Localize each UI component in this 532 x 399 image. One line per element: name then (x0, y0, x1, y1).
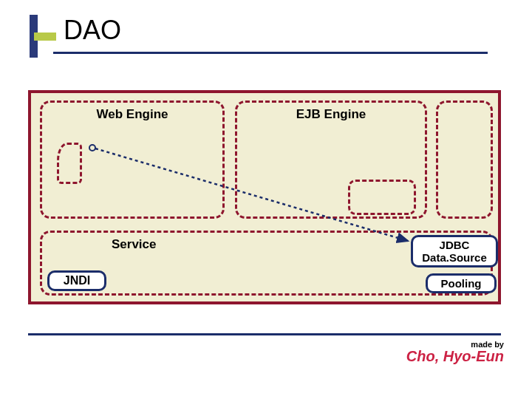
signature-block: made by Cho, Hyo-Eun (406, 340, 504, 364)
ejb-engine-box: EJB Engine (235, 100, 427, 219)
web-engine-inner-shape (57, 143, 82, 184)
slide-title-bar: DAO (30, 10, 488, 55)
signature-author: Cho, Hyo-Eun (406, 349, 504, 364)
web-engine-label: Web Engine (42, 107, 222, 122)
pooling-pill: Pooling (426, 273, 497, 293)
jndi-pill: JNDI (47, 270, 106, 291)
service-label: Service (112, 237, 157, 252)
ejb-inner-box (348, 180, 416, 215)
web-engine-box: Web Engine (40, 100, 225, 219)
pooling-label: Pooling (441, 277, 482, 290)
jdbc-label-line1: JDBC (440, 239, 470, 251)
bottom-divider (28, 333, 501, 335)
slide-title: DAO (64, 15, 121, 46)
jndi-label: JNDI (64, 274, 90, 287)
title-decoration-icon (30, 15, 52, 58)
ejb-engine-label: EJB Engine (237, 107, 425, 122)
architecture-panel: Web Engine EJB Engine Service JNDI JDBC … (28, 90, 501, 304)
right-engine-box (436, 100, 493, 219)
title-underline (53, 52, 488, 54)
jdbc-label-line2: Data.Source (422, 251, 487, 264)
jdbc-datasource-pill: JDBC Data.Source (411, 235, 498, 267)
